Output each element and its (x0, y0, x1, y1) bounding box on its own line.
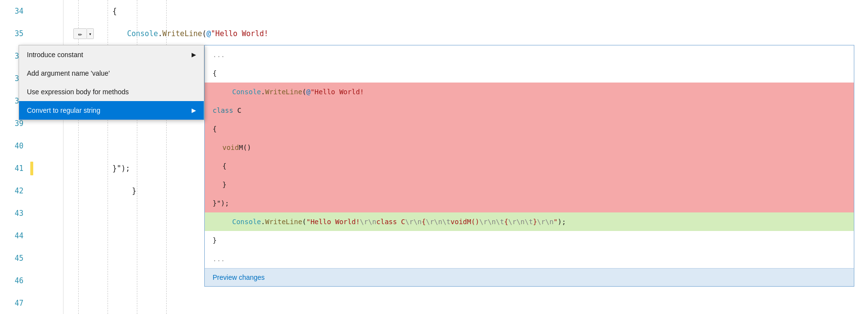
code-string: "Hello World! (211, 29, 268, 38)
preview-popup: ... { Console.WriteLine(@"Hello World! c… (204, 45, 854, 287)
context-menu: Introduce constant ▶ Add argument name '… (19, 45, 204, 120)
preview-line-8: } (205, 175, 854, 194)
line-number-46: 46 (0, 276, 29, 285)
code-text-34: { (112, 7, 117, 16)
yellow-marker-41 (30, 162, 33, 175)
preview-changes-button[interactable]: Preview changes (205, 268, 854, 286)
lightbulb-button[interactable]: ✏️ (73, 28, 87, 39)
line-number-40: 40 (0, 142, 29, 150)
menu-item-add-argument-label: Add argument name 'value' (27, 69, 110, 77)
code-line-35: ✏️ ▾ Console.WriteLine(@"Hello World! (64, 22, 868, 45)
line-number-39: 39 (0, 119, 29, 128)
code-paren: ( (202, 29, 207, 38)
editor-container: 34 35 36 37 38 39 40 41 42 43 44 (0, 0, 868, 314)
preview-line-5: { (205, 120, 854, 138)
line-row-47: 47 (0, 292, 63, 314)
menu-item-convert-string-arrow: ▶ (192, 107, 196, 114)
code-text-42: } (132, 187, 136, 195)
code-line-47 (64, 292, 868, 314)
menu-item-introduce-constant-arrow: ▶ (192, 51, 196, 58)
code-at: @ (207, 29, 211, 38)
preview-line-6: voidM() (205, 138, 854, 157)
line-row-45: 45 (0, 247, 63, 270)
preview-line-9: }"); (205, 194, 854, 212)
line-number-44: 44 (0, 231, 29, 240)
menu-item-add-argument[interactable]: Add argument name 'value' (19, 64, 204, 83)
preview-line-3: Console.WriteLine(@"Hello World! (205, 83, 854, 101)
preview-line-7: { (205, 157, 854, 175)
preview-line-4: class C (205, 101, 854, 120)
code-dot: . (158, 29, 162, 38)
line-number-47: 47 (0, 299, 29, 308)
preview-line-10: Console.WriteLine("Hello World!\r\nclass… (205, 212, 854, 231)
preview-line-12: ... (205, 250, 854, 268)
preview-content: ... { Console.WriteLine(@"Hello World! c… (205, 45, 854, 268)
preview-line-2: { (205, 64, 854, 83)
line-row-46: 46 (0, 270, 63, 292)
code-line-34: { (64, 0, 868, 22)
menu-item-expression-body-label: Use expression body for methods (27, 88, 129, 96)
line-number-42: 42 (0, 187, 29, 195)
line-number-35: 35 (0, 29, 29, 38)
code-console-35: Console.WriteLine(@"Hello World! (127, 29, 268, 38)
line-row-40: 40 (0, 135, 63, 157)
line-row-42: 42 (0, 180, 63, 202)
line-number-34: 34 (0, 7, 29, 16)
line-row-43: 43 (0, 202, 63, 225)
menu-item-expression-body[interactable]: Use expression body for methods (19, 83, 204, 101)
line-row-41: 41 (0, 157, 63, 180)
preview-changes-label: Preview changes (213, 273, 265, 281)
line-number-43: 43 (0, 209, 29, 218)
line-number-45: 45 (0, 254, 29, 263)
code-Console: Console (127, 29, 158, 38)
line-row-35: 35 (0, 22, 63, 45)
lightbulb-dropdown[interactable]: ▾ (87, 28, 94, 39)
menu-item-introduce-constant[interactable]: Introduce constant ▶ (19, 45, 204, 64)
preview-line-1: ... (205, 45, 854, 64)
menu-item-convert-string-label: Convert to regular string (27, 106, 100, 114)
menu-item-convert-string[interactable]: Convert to regular string ▶ (19, 101, 204, 120)
line-row-44: 44 (0, 225, 63, 247)
line-number-41: 41 (0, 164, 29, 173)
preview-line-11: } (205, 231, 854, 250)
code-text-41: }" (112, 164, 121, 173)
line-row-34: 34 (0, 0, 63, 22)
menu-item-introduce-constant-label: Introduce constant (27, 51, 83, 59)
code-WriteLine: WriteLine (162, 29, 202, 38)
